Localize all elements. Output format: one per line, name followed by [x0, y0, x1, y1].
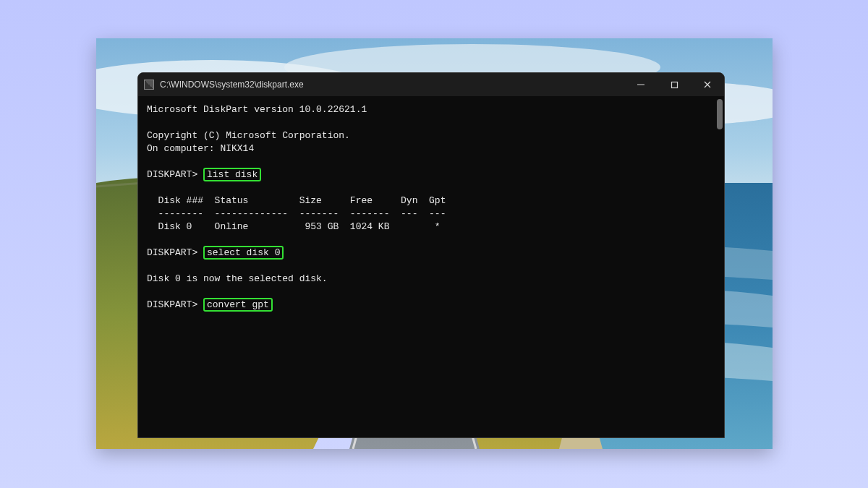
close-button[interactable] [691, 73, 724, 96]
cmd-convert-gpt: convert gpt [203, 298, 273, 312]
prompt: DISKPART> [147, 169, 203, 180]
minimize-icon [637, 80, 645, 89]
computer-line: On computer: NIKX14 [147, 143, 254, 154]
scrollbar-thumb[interactable] [717, 99, 723, 129]
app-icon [144, 80, 154, 90]
cmd-select-disk: select disk 0 [203, 246, 284, 260]
list-row-0: Disk 0 Online 953 GB 1024 KB * [147, 221, 441, 232]
terminal-body[interactable]: Microsoft DiskPart version 10.0.22621.1 … [138, 96, 724, 437]
prompt: DISKPART> [147, 247, 203, 258]
list-header: Disk ### Status Size Free Dyn Gpt [147, 195, 446, 206]
prompt: DISKPART> [147, 299, 203, 310]
copyright-line: Copyright (C) Microsoft Corporation. [147, 130, 350, 141]
maximize-button[interactable] [658, 73, 691, 96]
minimize-button[interactable] [624, 73, 658, 96]
window-title: C:\WINDOWS\system32\diskpart.exe [160, 80, 624, 90]
selected-message: Disk 0 is now the selected disk. [147, 273, 328, 284]
cmd-list-disk: list disk [203, 168, 261, 181]
window-titlebar[interactable]: C:\WINDOWS\system32\diskpart.exe [138, 73, 724, 96]
version-line: Microsoft DiskPart version 10.0.22621.1 [147, 104, 367, 115]
svg-rect-7 [671, 82, 677, 87]
maximize-icon [671, 81, 678, 89]
list-divider: -------- ------------- ------- ------- -… [147, 208, 446, 219]
terminal-window: C:\WINDOWS\system32\diskpart.exe Microso… [137, 72, 725, 438]
close-icon [703, 80, 712, 89]
